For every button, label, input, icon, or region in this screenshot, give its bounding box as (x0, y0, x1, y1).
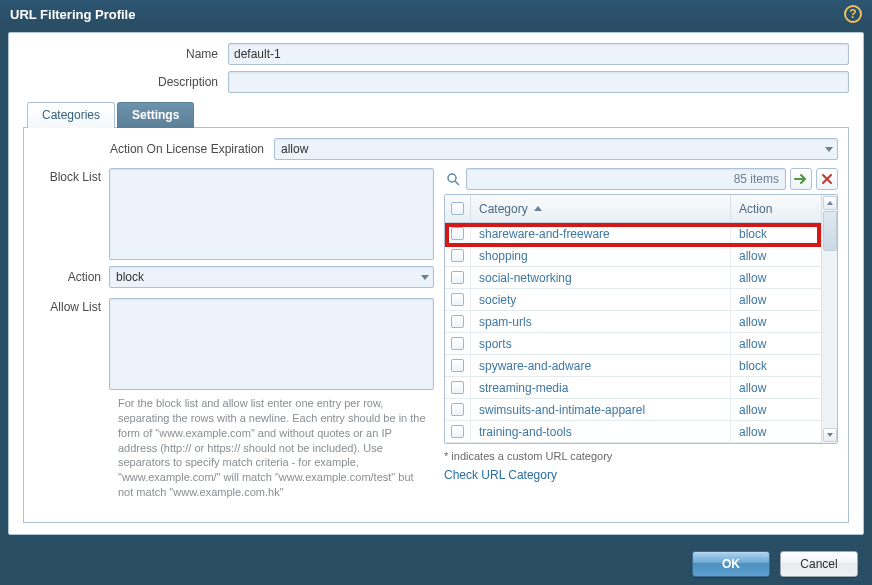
category-name-link[interactable]: spam-urls (479, 315, 532, 329)
row-checkbox[interactable] (451, 271, 464, 284)
table-row[interactable]: societyallow (445, 289, 821, 311)
table-row[interactable]: swimsuits-and-intimate-apparelallow (445, 399, 821, 421)
category-action-cell[interactable]: allow (731, 421, 821, 442)
allow-list-box[interactable] (109, 298, 434, 390)
table-row[interactable]: spyware-and-adwareblock (445, 355, 821, 377)
tab-settings[interactable]: Settings (117, 102, 194, 128)
category-action-cell[interactable]: allow (731, 333, 821, 354)
table-row[interactable]: sportsallow (445, 333, 821, 355)
category-name-link[interactable]: swimsuits-and-intimate-apparel (479, 403, 645, 417)
svg-point-0 (448, 174, 456, 182)
row-checkbox[interactable] (451, 359, 464, 372)
category-name-link[interactable]: social-networking (479, 271, 572, 285)
license-expiration-select[interactable]: allow (274, 138, 838, 160)
header-action[interactable]: Action (731, 195, 821, 222)
table-row[interactable]: shareware-and-freewareblock (445, 223, 821, 245)
category-search-input[interactable] (466, 168, 786, 190)
category-table: Category Action shareware-and-freewarebl… (444, 194, 838, 444)
titlebar: URL Filtering Profile ? (0, 0, 872, 28)
dialog-content: Name Description Categories Settings Act… (8, 32, 864, 535)
row-checkbox[interactable] (451, 293, 464, 306)
category-name-link[interactable]: training-and-tools (479, 425, 572, 439)
license-expiration-value: allow (281, 142, 308, 156)
action-value: block (116, 270, 144, 284)
description-row: Description (23, 71, 849, 93)
left-column: Block List Action block Allow List (34, 168, 434, 500)
table-row[interactable]: shoppingallow (445, 245, 821, 267)
name-label: Name (23, 47, 228, 61)
category-name-link[interactable]: society (479, 293, 516, 307)
table-row[interactable]: streaming-mediaallow (445, 377, 821, 399)
chevron-down-icon (421, 275, 429, 280)
search-icon[interactable] (444, 170, 462, 188)
table-scrollbar[interactable] (821, 195, 837, 443)
list-help-text: For the block list and allow list enter … (118, 396, 434, 500)
tabstrip: Categories Settings (23, 101, 849, 128)
row-checkbox[interactable] (451, 403, 464, 416)
row-checkbox[interactable] (451, 227, 464, 240)
category-action-cell[interactable]: allow (731, 377, 821, 398)
row-checkbox[interactable] (451, 337, 464, 350)
license-expiration-label: Action On License Expiration (34, 142, 274, 156)
ok-button[interactable]: OK (692, 551, 770, 577)
table-header: Category Action (445, 195, 821, 223)
chevron-down-icon (825, 147, 833, 152)
row-checkbox[interactable] (451, 249, 464, 262)
select-all-checkbox[interactable] (451, 202, 464, 215)
cancel-button[interactable]: Cancel (780, 551, 858, 577)
category-name-link[interactable]: spyware-and-adware (479, 359, 591, 373)
category-action-cell[interactable]: allow (731, 267, 821, 288)
category-name-link[interactable]: shopping (479, 249, 528, 263)
check-url-category-link[interactable]: Check URL Category (444, 468, 838, 482)
table-row[interactable]: training-and-toolsallow (445, 421, 821, 443)
sort-asc-icon (534, 206, 542, 211)
apply-filter-button[interactable] (790, 168, 812, 190)
svg-line-1 (455, 181, 459, 185)
description-label: Description (23, 75, 228, 89)
row-checkbox[interactable] (451, 381, 464, 394)
table-row[interactable]: social-networkingallow (445, 267, 821, 289)
category-name-link[interactable]: streaming-media (479, 381, 568, 395)
settings-tab-body: Action On License Expiration allow Block… (23, 128, 849, 523)
category-search-row (444, 168, 838, 190)
window-title: URL Filtering Profile (10, 7, 135, 22)
name-input[interactable] (228, 43, 849, 65)
row-checkbox[interactable] (451, 425, 464, 438)
category-action-cell[interactable]: allow (731, 289, 821, 310)
category-action-cell[interactable]: allow (731, 311, 821, 332)
scroll-up-button[interactable] (823, 196, 837, 210)
category-name-link[interactable]: sports (479, 337, 512, 351)
name-row: Name (23, 43, 849, 65)
description-input[interactable] (228, 71, 849, 93)
custom-category-footnote: * indicates a custom URL category (444, 450, 838, 462)
tab-categories[interactable]: Categories (27, 102, 115, 128)
dialog-footer: OK Cancel (0, 543, 872, 585)
license-expiration-row: Action On License Expiration allow (34, 138, 838, 160)
category-action-cell[interactable]: block (731, 355, 821, 376)
header-category[interactable]: Category (471, 195, 731, 222)
allow-list-label: Allow List (34, 298, 109, 314)
category-action-cell[interactable]: block (731, 223, 821, 244)
block-list-box[interactable] (109, 168, 434, 260)
action-label: Action (34, 270, 109, 284)
row-checkbox[interactable] (451, 315, 464, 328)
scroll-down-button[interactable] (823, 428, 837, 442)
category-action-cell[interactable]: allow (731, 245, 821, 266)
block-list-label: Block List (34, 168, 109, 184)
table-body: shareware-and-freewareblockshoppingallow… (445, 223, 821, 443)
clear-filter-button[interactable] (816, 168, 838, 190)
right-column: Category Action shareware-and-freewarebl… (444, 168, 838, 500)
table-row[interactable]: spam-urlsallow (445, 311, 821, 333)
scroll-thumb[interactable] (823, 211, 837, 251)
category-action-cell[interactable]: allow (731, 399, 821, 420)
category-name-link[interactable]: shareware-and-freeware (479, 227, 610, 241)
url-filtering-profile-window: URL Filtering Profile ? Name Description… (0, 0, 872, 585)
help-icon[interactable]: ? (844, 5, 862, 23)
action-select[interactable]: block (109, 266, 434, 288)
